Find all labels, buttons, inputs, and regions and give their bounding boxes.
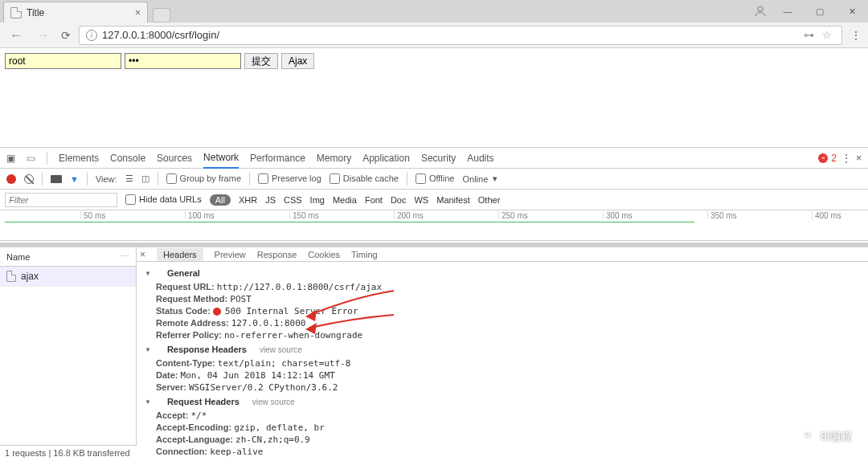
name-column-header[interactable]: Name⋯ [0,247,136,267]
back-button[interactable]: ← [6,28,26,43]
remote-address-row: Remote Address: 127.0.0.1:8000 [145,317,860,329]
browser-tab[interactable]: Title × [3,2,148,22]
overview-icon[interactable]: ◫ [141,173,149,184]
request-bar [5,222,694,222]
url-input[interactable]: i 127.0.0.1:8000/csrf/login/ ⊶ ☆ [79,26,842,45]
tab-performance[interactable]: Performance [250,153,305,164]
disable-cache-checkbox[interactable]: Disable cache [330,173,399,185]
error-count-badge[interactable]: ×2 [818,153,837,164]
tab-cookies[interactable]: Cookies [308,250,340,259]
tab-network[interactable]: Network [203,148,239,169]
group-by-frame-checkbox[interactable]: Group by frame [166,173,241,185]
file-icon [6,271,16,282]
filter-font[interactable]: Font [365,195,383,205]
password-input[interactable] [125,53,241,69]
record-button[interactable] [6,174,16,184]
network-toolbar: ▼ View: ☰ ◫ Group by frame Preserve log … [0,169,868,190]
watermark: ❝ 9i编程 [800,429,852,445]
new-tab-button[interactable] [153,8,170,22]
menu-icon[interactable]: ⋮ [850,29,862,42]
filter-img[interactable]: Img [310,195,325,205]
response-headers-section[interactable]: Response Headersview source [145,345,860,354]
inspect-icon[interactable]: ▣ [6,153,15,164]
detail-tabs: × Headers Preview Response Cookies Timin… [137,247,868,262]
filter-all[interactable]: All [210,194,231,206]
filter-manifest[interactable]: Manifest [436,195,470,205]
request-method-row: Request Method: POST [145,293,860,305]
device-icon[interactable]: ▭ [27,153,35,164]
throttling-select[interactable]: Online ▾ [462,173,497,184]
tab-application[interactable]: Application [362,153,410,164]
view-source-link[interactable]: view source [260,345,302,354]
large-rows-icon[interactable]: ☰ [125,173,133,184]
tab-memory[interactable]: Memory [317,153,351,164]
close-window-button[interactable]: ✕ [836,0,868,22]
maximize-button[interactable]: ▢ [804,0,836,22]
forward-button: → [34,28,53,43]
page-icon [10,7,22,18]
url-text: 127.0.0.1:8000/csrf/login/ [102,29,219,41]
tab-elements[interactable]: Elements [59,153,99,164]
request-detail: × Headers Preview Response Cookies Timin… [137,247,868,461]
tab-preview[interactable]: Preview [215,250,246,259]
tab-security[interactable]: Security [421,153,456,164]
devtools-tabs: ▣ ▭ Elements Console Sources Network Per… [0,148,868,169]
submit-button[interactable]: 提交 [244,53,278,69]
filter-input[interactable] [5,193,117,207]
close-icon[interactable]: × [135,7,141,18]
info-icon[interactable]: i [86,30,97,41]
browser-tab-strip: Title × — ▢ ✕ [0,0,868,22]
tab-title: Title [27,7,44,18]
address-bar: ← → ⟳ i 127.0.0.1:8000/csrf/login/ ⊶ ☆ ⋮ [0,22,868,48]
tab-audits[interactable]: Audits [467,153,493,164]
status-footer: 1 requests | 16.8 KB transferred [0,445,137,461]
username-input[interactable] [5,53,121,69]
tab-console[interactable]: Console [110,153,145,164]
clear-button[interactable] [24,174,34,184]
filter-bar: Hide data URLs All XHR JS CSS Img Media … [0,190,868,210]
ajax-button[interactable]: Ajax [281,53,314,69]
preserve-log-checkbox[interactable]: Preserve log [258,173,321,185]
svg-point-0 [758,6,763,11]
filter-ws[interactable]: WS [414,195,428,205]
devtools-panel: ▣ ▭ Elements Console Sources Network Per… [0,147,868,461]
screenshot-icon[interactable] [51,175,62,183]
filter-other[interactable]: Other [478,195,501,205]
status-code-row: Status Code: 500 Internal Server Error [145,305,860,317]
referrer-policy-row: Referrer Policy: no-referrer-when-downgr… [145,329,860,341]
request-url-row: Request URL: http://127.0.0.1:8000/csrf/… [145,281,860,293]
hide-data-urls-checkbox[interactable]: Hide data URLs [125,194,202,206]
request-row[interactable]: ajax [0,267,136,287]
tab-headers[interactable]: Headers [157,248,203,261]
request-list: Name⋯ ajax [0,247,137,461]
page-content: 提交 Ajax [0,48,868,74]
filter-js[interactable]: JS [265,195,276,205]
minimize-button[interactable]: — [772,0,804,22]
bookmark-icon[interactable]: ☆ [822,29,832,41]
view-label: View: [96,174,117,184]
filter-doc[interactable]: Doc [391,195,407,205]
devtools-menu-icon[interactable]: ⋮ [841,153,851,164]
wechat-icon: ❝ [800,429,816,445]
reload-button[interactable]: ⟳ [61,29,71,42]
user-icon[interactable] [749,0,772,22]
filter-xhr[interactable]: XHR [239,195,257,205]
tab-timing[interactable]: Timing [351,250,378,259]
filter-icon[interactable]: ▼ [70,174,79,184]
timeline-overview[interactable]: 50 ms 100 ms 150 ms 200 ms 250 ms 300 ms… [0,210,868,241]
filter-css[interactable]: CSS [284,195,302,205]
close-detail-icon[interactable]: × [140,249,145,260]
view-source-link[interactable]: view source [252,398,295,406]
request-headers-section[interactable]: Request Headersview source [145,397,860,406]
general-section[interactable]: General [145,268,860,278]
key-icon[interactable]: ⊶ [804,29,814,41]
offline-checkbox[interactable]: Offline [416,173,455,185]
filter-media[interactable]: Media [333,195,357,205]
tab-response[interactable]: Response [257,250,297,259]
tab-sources[interactable]: Sources [157,153,192,164]
devtools-close-icon[interactable]: × [856,153,862,164]
